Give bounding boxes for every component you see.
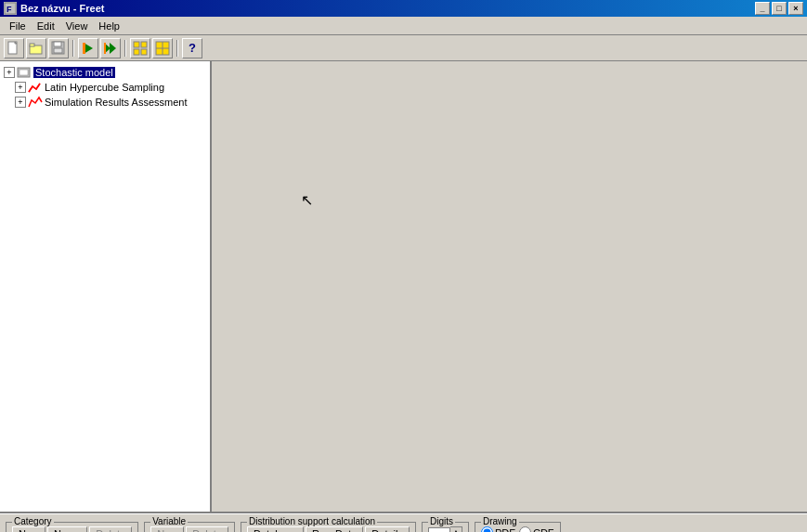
digits-group: Digits ▲ ▼	[422, 522, 469, 532]
spin-up[interactable]: ▲	[450, 527, 462, 532]
grid1-button[interactable]	[130, 38, 150, 58]
toolbar-sep-3	[176, 40, 178, 57]
distribution-label: Distribution support calculation	[247, 516, 377, 526]
menu-edit[interactable]: Edit	[32, 19, 60, 33]
run1-button[interactable]	[78, 38, 98, 58]
svg-rect-23	[20, 70, 28, 75]
spin-arrows: ▲ ▼	[450, 526, 462, 532]
category-label: Category	[12, 516, 54, 526]
category-delete-button[interactable]: Delete	[89, 526, 132, 532]
variable-delete-button[interactable]: Delete	[186, 526, 228, 532]
svg-rect-16	[141, 42, 147, 47]
svg-rect-14	[104, 43, 106, 54]
variable-group: Variable New Delete	[144, 522, 235, 532]
svg-rect-11	[83, 43, 85, 54]
pdf-label: PDF	[495, 527, 515, 533]
menu-help[interactable]: Help	[93, 19, 125, 33]
category-new-button[interactable]: New	[12, 526, 46, 532]
app-icon: F	[4, 2, 17, 15]
help-button[interactable]: ?	[182, 38, 202, 58]
toolbar: ?	[0, 35, 807, 61]
minimize-button[interactable]: _	[755, 2, 770, 15]
category-name-button[interactable]: Name	[47, 526, 87, 532]
svg-rect-18	[141, 49, 147, 55]
run2-button[interactable]	[100, 38, 121, 58]
cdf-radio[interactable]	[519, 526, 531, 532]
variable-buttons: New Delete	[150, 526, 228, 532]
tree-label-stochastic: Stochastic model	[33, 67, 115, 78]
title-bar: F Bez názvu - Freet _ □ ×	[0, 0, 807, 17]
svg-marker-13	[110, 43, 116, 54]
cdf-label: CDF	[533, 527, 554, 533]
title-text: Bez názvu - Freet	[20, 3, 104, 14]
tree-label-simulation: Simulation Results Assessment	[45, 97, 187, 108]
distribution-buttons: Database Raw Data Details	[247, 526, 410, 532]
drawing-label: Drawing	[481, 516, 519, 526]
svg-rect-15	[134, 42, 139, 47]
tree-label-lhs: Latin Hypercube Sampling	[45, 82, 164, 93]
new-file-button[interactable]	[4, 38, 24, 58]
menu-bar: File Edit View Help	[0, 17, 807, 35]
distribution-group: Distribution support calculation Databas…	[241, 522, 416, 532]
tree-expand-simulation[interactable]: +	[15, 97, 26, 108]
tree-expand-stochastic[interactable]: +	[4, 67, 15, 78]
toolbar-sep-1	[72, 40, 74, 57]
svg-rect-17	[134, 49, 139, 55]
digits-label: Digits	[428, 516, 455, 526]
grid2-button[interactable]	[152, 38, 173, 58]
menu-view[interactable]: View	[60, 19, 94, 33]
tree-panel: + Stochastic model + Latin Hypercube Sam…	[0, 61, 212, 513]
lhs-icon	[28, 81, 43, 94]
drawing-group: Drawing PDF CDF	[475, 522, 561, 532]
svg-rect-8	[54, 42, 61, 46]
tree-item-lhs[interactable]: + Latin Hypercube Sampling	[15, 80, 206, 95]
toolbar-sep-2	[124, 40, 126, 57]
tree-item-stochastic[interactable]: + Stochastic model	[4, 65, 206, 80]
variable-new-button[interactable]: New	[150, 526, 184, 532]
tree-item-simulation[interactable]: + Simulation Results Assessment	[15, 95, 206, 110]
main-container: + Stochastic model + Latin Hypercube Sam…	[0, 61, 807, 513]
canvas-panel: ↖	[212, 61, 807, 513]
window-controls[interactable]: _ □ ×	[755, 2, 803, 15]
category-buttons: New Name Delete	[12, 526, 132, 532]
cursor-indicator: ↖	[301, 191, 313, 209]
variable-label: Variable	[150, 516, 188, 526]
pdf-option[interactable]: PDF	[481, 526, 515, 532]
dist-details-button[interactable]: Details	[365, 526, 410, 532]
digits-input[interactable]	[428, 527, 450, 532]
category-group: Category New Name Delete	[6, 522, 138, 532]
stochastic-icon	[17, 66, 32, 79]
tree-expand-lhs[interactable]: +	[15, 82, 26, 93]
bottom-area: Category New Name Delete Variable New De…	[0, 513, 807, 532]
help-icon: ?	[189, 41, 196, 55]
drawing-options: PDF CDF	[481, 526, 554, 532]
svg-text:F: F	[7, 5, 12, 14]
simulation-icon	[28, 96, 43, 109]
svg-rect-6	[30, 44, 34, 46]
dist-rawdata-button[interactable]: Raw Data	[306, 526, 363, 532]
cdf-option[interactable]: CDF	[519, 526, 554, 532]
maximize-button[interactable]: □	[772, 2, 787, 15]
menu-file[interactable]: File	[4, 19, 32, 33]
close-button[interactable]: ×	[788, 2, 803, 15]
svg-rect-9	[54, 48, 62, 53]
bottom-toolbar: Category New Name Delete Variable New De…	[0, 514, 807, 532]
dist-database-button[interactable]: Database	[247, 526, 304, 532]
digits-spinner[interactable]: ▲ ▼	[428, 526, 462, 532]
open-file-button[interactable]	[26, 38, 46, 58]
save-file-button[interactable]	[48, 38, 69, 58]
pdf-radio[interactable]	[481, 526, 493, 532]
